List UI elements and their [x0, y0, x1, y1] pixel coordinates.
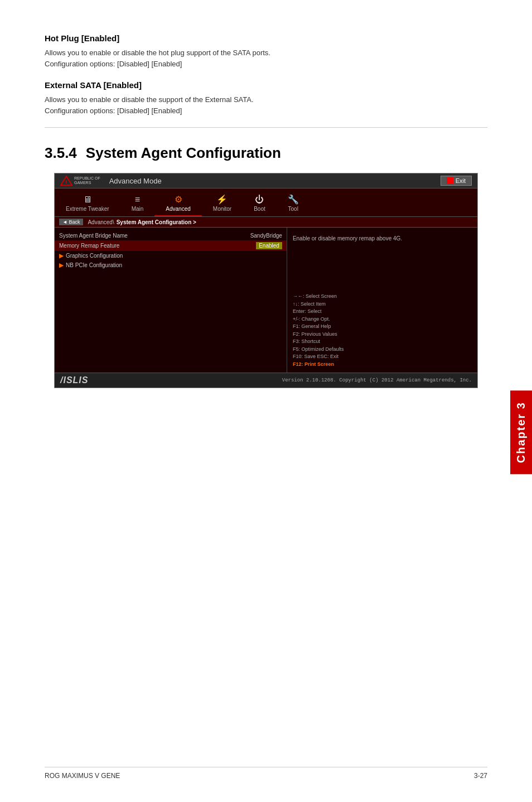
- exit-icon: [447, 177, 453, 184]
- bios-footer: /ISLIS Version 2.10.1208. Copyright (C) …: [55, 373, 477, 388]
- hot-plug-text: Allows you to enable or disable the hot …: [45, 47, 487, 69]
- bios-right-content: Enable or disable memory remap above 4G.…: [293, 232, 472, 368]
- monitor-icon: ⚡: [216, 194, 228, 205]
- nav-boot-label: Boot: [254, 206, 265, 212]
- advanced-icon: ⚙: [175, 194, 182, 205]
- memory-remap-value: Enabled: [256, 242, 282, 249]
- exit-label: Exit: [456, 177, 466, 184]
- bios-row-memory-remap[interactable]: Memory Remap Feature Enabled: [55, 240, 287, 251]
- exit-button[interactable]: Exit: [441, 176, 472, 186]
- external-sata-text: Allows you to enable or disable the supp…: [45, 94, 487, 116]
- extreme-tweaker-icon: 🖥: [83, 195, 92, 205]
- rog-text: REPUBLIC OFGAMERS: [74, 176, 100, 185]
- nav-main-label: Main: [132, 206, 144, 212]
- page-footer: ROG MAXIMUS V GENE 3-27: [45, 767, 487, 780]
- submenu-arrow-graphics: ▶: [59, 253, 64, 259]
- chapter-label: Chapter 3: [510, 390, 532, 474]
- bios-left-panel: System Agent Bridge Name SandyBridge Mem…: [55, 228, 287, 373]
- submenu-graphics-label: Graphics Configuration: [66, 253, 123, 259]
- nav-advanced[interactable]: ⚙ Advanced: [154, 192, 201, 216]
- asus-logo: /ISLIS: [60, 375, 88, 385]
- bios-version: Version 2.10.1208. Copyright (C) 2012 Am…: [282, 378, 472, 383]
- nav-advanced-label: Advanced: [166, 206, 190, 212]
- rog-logo: REPUBLIC OFGAMERS: [60, 176, 100, 186]
- main-icon: ≡: [135, 195, 140, 205]
- nav-monitor[interactable]: ⚡ Monitor: [202, 192, 243, 216]
- external-sata-heading: External SATA [Enabled]: [45, 80, 487, 90]
- key-f10: F10: Save ESC: Exit: [293, 353, 472, 361]
- divider: [45, 127, 487, 128]
- key-select-screen: →←: Select Screen: [293, 293, 472, 301]
- key-change-opt: +/-: Change Opt.: [293, 316, 472, 323]
- section-title: 3.5.4System Agent Configuration: [45, 144, 487, 162]
- memory-remap-label: Memory Remap Feature: [59, 243, 119, 249]
- external-sata-section: External SATA [Enabled] Allows you to en…: [45, 80, 487, 116]
- nav-boot[interactable]: ⏻ Boot: [243, 192, 277, 216]
- key-f5: F5: Optimized Defaults: [293, 346, 472, 354]
- nav-tool-label: Tool: [288, 206, 298, 212]
- hot-plug-section: Hot Plug [Enabled] Allows you to enable …: [45, 33, 487, 69]
- footer-page-number: 3-27: [474, 772, 487, 780]
- bios-main: System Agent Bridge Name SandyBridge Mem…: [55, 228, 477, 373]
- key-f1: F1: General Help: [293, 323, 472, 331]
- bios-submenu-nb-pcie[interactable]: ▶ NB PCIe Configuration: [55, 260, 287, 270]
- bios-topbar-left: REPUBLIC OFGAMERS Advanced Mode: [60, 176, 162, 186]
- nav-main[interactable]: ≡ Main: [120, 192, 155, 216]
- breadcrumb-path: Advanced\: [88, 219, 114, 225]
- submenu-nb-pcie-label: NB PCIe Configuration: [66, 262, 122, 268]
- tool-icon: 🔧: [288, 194, 299, 205]
- rog-icon: [60, 176, 72, 186]
- boot-icon: ⏻: [255, 195, 264, 205]
- section-name: System Agent Configuration: [86, 144, 281, 161]
- bios-right-help: Enable or disable memory remap above 4G.: [293, 234, 472, 243]
- submenu-arrow-nb-pcie: ▶: [59, 262, 64, 268]
- key-select-item: ↑↓: Select Item: [293, 301, 472, 308]
- breadcrumb-current: System Agent Configuration >: [117, 219, 196, 225]
- bridge-name-value: SandyBridge: [250, 233, 282, 239]
- nav-monitor-label: Monitor: [213, 206, 231, 212]
- bios-topbar: REPUBLIC OFGAMERS Advanced Mode Exit: [55, 173, 477, 189]
- footer-product-name: ROG MAXIMUS V GENE: [45, 772, 120, 780]
- bridge-name-label: System Agent Bridge Name: [59, 233, 128, 239]
- nav-extreme-tweaker-label: Extreme Tweaker: [66, 206, 109, 212]
- key-enter: Enter: Select: [293, 308, 472, 316]
- section-number: 3.5.4: [45, 144, 77, 161]
- nav-tool[interactable]: 🔧 Tool: [277, 192, 310, 216]
- key-f12: F12: Print Screen: [293, 361, 472, 369]
- bios-screenshot: REPUBLIC OFGAMERS Advanced Mode Exit 🖥 E…: [54, 173, 478, 388]
- bios-submenu-graphics[interactable]: ▶ Graphics Configuration: [55, 251, 287, 260]
- hot-plug-heading: Hot Plug [Enabled]: [45, 33, 487, 43]
- bios-nav: 🖥 Extreme Tweaker ≡ Main ⚙ Advanced ⚡ Mo…: [55, 189, 477, 217]
- back-button[interactable]: ◄ Back: [59, 219, 83, 225]
- bios-right-panel: Enable or disable memory remap above 4G.…: [287, 228, 477, 373]
- bios-mode-text: Advanced Mode: [109, 177, 162, 185]
- bios-breadcrumb: ◄ Back Advanced\ System Agent Configurat…: [55, 217, 477, 228]
- bios-row-bridge-name[interactable]: System Agent Bridge Name SandyBridge: [55, 231, 287, 240]
- nav-extreme-tweaker[interactable]: 🖥 Extreme Tweaker: [55, 192, 120, 216]
- bios-right-keys: →←: Select Screen ↑↓: Select Item Enter:…: [293, 293, 472, 368]
- key-f2: F2: Previous Values: [293, 331, 472, 339]
- key-f3: F3: Shortcut: [293, 338, 472, 346]
